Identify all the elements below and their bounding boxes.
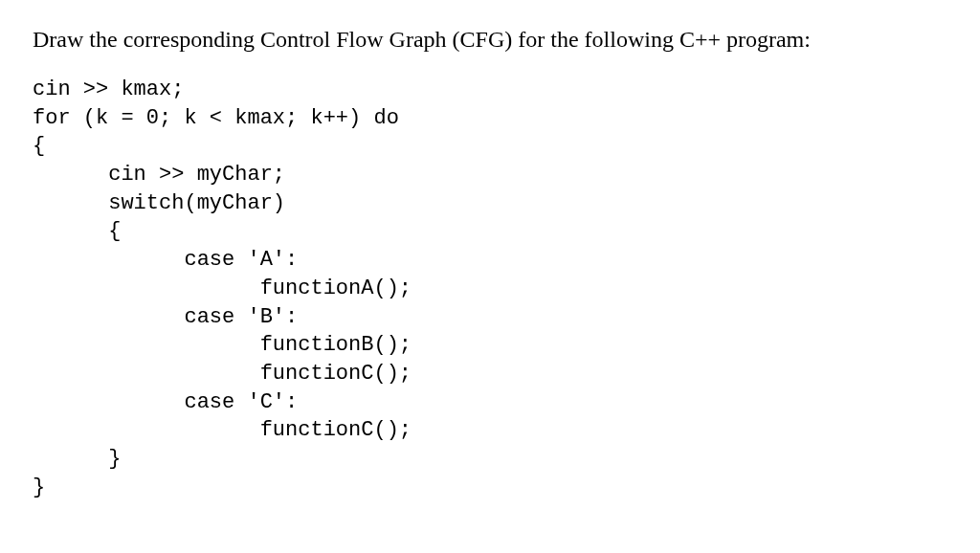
code-line: functionB(); bbox=[33, 333, 412, 357]
code-line: case 'C': bbox=[33, 390, 298, 414]
code-line: } bbox=[33, 447, 121, 471]
code-line: functionA(); bbox=[33, 276, 412, 300]
code-listing: cin >> kmax; for (k = 0; k < kmax; k++) … bbox=[33, 76, 947, 501]
code-line: case 'B': bbox=[33, 305, 298, 329]
code-line: cin >> myChar; bbox=[33, 163, 285, 187]
code-line: { bbox=[33, 219, 121, 243]
question-prompt: Draw the corresponding Control Flow Grap… bbox=[33, 27, 947, 53]
code-line: for (k = 0; k < kmax; k++) do bbox=[33, 106, 399, 130]
code-line: { bbox=[33, 134, 45, 158]
code-line: case 'A': bbox=[33, 248, 298, 272]
code-line: } bbox=[33, 476, 45, 499]
code-line: cin >> kmax; bbox=[33, 77, 184, 101]
code-line: switch(myChar) bbox=[33, 191, 285, 215]
code-line: functionC(); bbox=[33, 418, 412, 442]
code-line: functionC(); bbox=[33, 362, 412, 386]
